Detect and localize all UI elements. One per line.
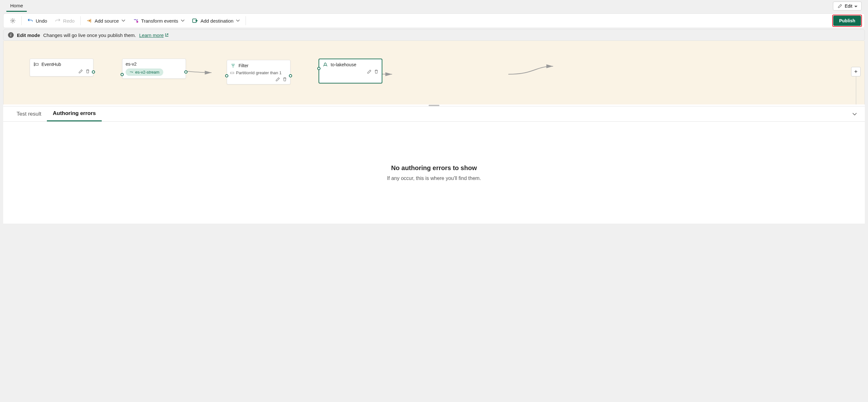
learn-more-link[interactable]: Learn more — [140, 33, 169, 38]
add-source-button[interactable]: Add source — [83, 16, 129, 26]
redo-label: Redo — [63, 18, 74, 24]
node-label: EventHub — [41, 62, 61, 67]
empty-title: No authoring errors to show — [391, 164, 477, 172]
chevron-down-icon[interactable] — [852, 111, 857, 116]
pencil-icon[interactable] — [367, 69, 372, 74]
infobar-message: Changes will go live once you publish th… — [43, 33, 136, 38]
node-label: es-v2 — [126, 62, 136, 67]
transform-icon — [133, 18, 139, 24]
publish-button[interactable]: Publish — [833, 15, 861, 26]
undo-label: Undo — [36, 18, 47, 24]
external-link-icon — [165, 33, 169, 37]
eventhub-icon — [33, 62, 39, 67]
condition-icon — [230, 71, 234, 75]
port-in[interactable] — [317, 67, 320, 70]
svg-rect-4 — [34, 64, 35, 65]
filter-condition: PartitionId greater than 1 — [236, 70, 282, 75]
settings-button[interactable] — [6, 16, 20, 26]
pencil-icon[interactable] — [276, 77, 280, 81]
port-in[interactable] — [121, 73, 124, 76]
redo-button: Redo — [51, 16, 79, 26]
edit-label: Edit — [845, 3, 852, 9]
trash-icon[interactable] — [282, 77, 287, 81]
svg-rect-3 — [34, 63, 35, 63]
transform-label: Transform events — [141, 18, 178, 24]
pencil-icon[interactable] — [79, 69, 83, 74]
publish-highlight: Publish — [832, 15, 862, 27]
learn-more-label: Learn more — [140, 33, 164, 38]
caret-down-icon — [854, 3, 858, 9]
infobar-title: Edit mode — [17, 33, 40, 38]
port-in[interactable] — [225, 74, 228, 77]
trash-icon[interactable] — [374, 69, 378, 74]
add-destination-button[interactable]: Add destination — [188, 16, 244, 26]
stream-pill[interactable]: es-v2-stream — [126, 68, 163, 76]
node-label: to-lakehouse — [331, 62, 356, 67]
undo-icon — [27, 18, 33, 24]
add-destination-label: Add destination — [200, 18, 234, 24]
transform-events-button[interactable]: Transform events — [129, 16, 188, 26]
edit-button[interactable]: Edit — [833, 2, 862, 10]
node-destination[interactable]: to-lakehouse — [318, 59, 382, 83]
gear-icon — [10, 18, 16, 24]
tab-test-result[interactable]: Test result — [11, 107, 47, 121]
pencil-icon — [837, 3, 843, 9]
add-node-button[interactable]: + — [851, 67, 861, 76]
svg-point-1 — [136, 21, 138, 23]
svg-rect-5 — [34, 65, 35, 66]
node-eventhub[interactable]: EventHub — [30, 59, 93, 76]
info-icon: i — [8, 32, 14, 38]
svg-rect-6 — [36, 63, 38, 65]
add-guide — [856, 76, 856, 104]
toolbar: Undo Redo Add source Transform events Ad… — [3, 13, 865, 28]
node-label: Filter — [239, 63, 248, 68]
port-out[interactable] — [92, 70, 95, 74]
chevron-down-icon — [122, 20, 125, 22]
svg-point-0 — [12, 20, 13, 21]
trash-icon[interactable] — [86, 69, 90, 74]
port-out[interactable] — [184, 70, 187, 74]
filter-icon — [230, 63, 236, 68]
chevron-down-icon — [236, 20, 240, 22]
flow-canvas[interactable]: EventHub es-v2 es-v2-stream Filter Parti — [3, 41, 865, 104]
source-in-icon — [86, 18, 92, 24]
node-stream[interactable]: es-v2 es-v2-stream — [122, 59, 186, 79]
chevron-down-icon — [181, 20, 185, 22]
redo-icon — [55, 18, 61, 24]
infobar: i Edit mode Changes will go live once yo… — [3, 29, 865, 41]
svg-rect-7 — [230, 72, 234, 74]
stream-icon — [129, 70, 133, 74]
port-out[interactable] — [289, 74, 292, 77]
tab-home[interactable]: Home — [6, 0, 27, 12]
node-filter[interactable]: Filter PartitionId greater than 1 — [227, 60, 290, 85]
empty-state: No authoring errors to show If any occur… — [3, 122, 865, 224]
pill-label: es-v2-stream — [135, 70, 159, 74]
empty-subtitle: If any occur, this is where you'll find … — [387, 175, 481, 181]
undo-button[interactable]: Undo — [24, 16, 51, 26]
add-source-label: Add source — [95, 18, 119, 24]
tab-authoring-errors[interactable]: Authoring errors — [47, 106, 101, 121]
bottom-tabs: Test result Authoring errors — [3, 106, 865, 122]
destination-out-icon — [192, 18, 198, 24]
lakehouse-icon — [322, 62, 328, 68]
